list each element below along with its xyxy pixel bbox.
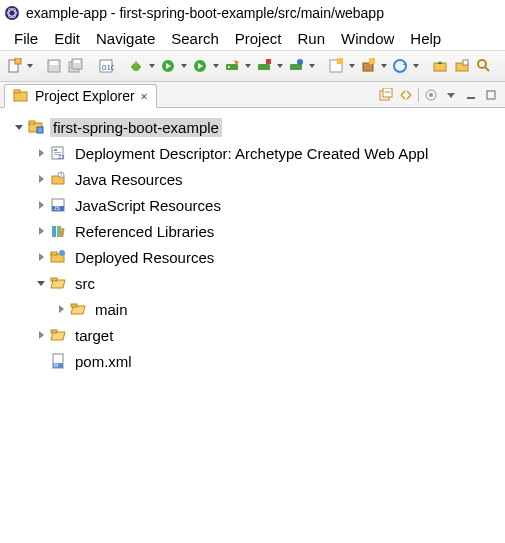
svg-marker-79 [59,305,64,313]
menu-help[interactable]: Help [402,28,449,49]
twisty-collapsed-icon[interactable] [34,198,48,212]
link-editor-icon[interactable] [398,87,414,103]
stop-server-button[interactable] [254,55,274,77]
menu-file[interactable]: File [6,28,46,49]
view-menu-icon[interactable] [443,87,459,103]
project-explorer-tab[interactable]: Project Explorer ✕ [4,84,157,108]
focus-task-icon[interactable] [423,87,439,103]
new-dropdown[interactable] [26,64,34,68]
tree-label: Deployed Resources [72,248,217,267]
twisty-collapsed-icon[interactable] [54,302,68,316]
new-button[interactable] [4,55,24,77]
new-package-dropdown[interactable] [380,64,388,68]
tree-row[interactable]: JJava Resources [6,166,505,192]
tree-row[interactable]: 23Deployment Descriptor: Archetype Creat… [6,140,505,166]
twisty-collapsed-icon[interactable] [34,250,48,264]
tree-row[interactable]: main [6,296,505,322]
svg-marker-72 [39,253,44,261]
tree-row[interactable]: src [6,270,505,296]
run-button[interactable] [158,55,178,77]
maximize-icon[interactable] [483,87,499,103]
svg-text:J: J [59,172,62,178]
svg-rect-52 [29,121,35,124]
open-task-button[interactable] [452,55,472,77]
debug-button[interactable] [126,55,146,77]
menu-edit[interactable]: Edit [46,28,88,49]
run-last-dropdown[interactable] [212,64,220,68]
publish-server-button[interactable] [286,55,306,77]
twisty-collapsed-icon[interactable] [34,224,48,238]
stop-server-dropdown[interactable] [276,64,284,68]
svg-rect-78 [51,278,57,281]
tree-row[interactable]: Mpom.xml [6,348,505,374]
svg-marker-47 [447,93,455,98]
menubar: File Edit Navigate Search Project Run Wi… [0,26,505,50]
search-button[interactable] [474,55,494,77]
save-button[interactable] [44,55,64,77]
sync-dropdown[interactable] [412,64,420,68]
new-java-button[interactable] [326,55,346,77]
project-tree: first-spring-boot-example23Deployment De… [0,108,505,374]
folder-open-icon [50,275,66,291]
panel-toolbar [378,87,505,103]
menu-project[interactable]: Project [227,28,290,49]
svg-rect-37 [463,60,468,65]
menu-run[interactable]: Run [289,28,333,49]
twisty-collapsed-icon[interactable] [34,146,48,160]
binary-view-button[interactable]: 010 [96,55,116,77]
deploy-descriptor-icon: 23 [50,145,66,161]
svg-text:010: 010 [102,63,114,72]
svg-rect-48 [467,97,475,99]
tree-row[interactable]: target [6,322,505,348]
svg-point-46 [429,93,433,97]
svg-rect-56 [54,149,57,151]
twisty-expanded-icon[interactable] [34,276,48,290]
svg-rect-21 [226,64,238,70]
open-type-button[interactable] [430,55,450,77]
svg-text:JS: JS [54,205,61,211]
sync-button[interactable] [390,55,410,77]
svg-rect-70 [57,226,61,237]
twisty-expanded-icon[interactable] [12,120,26,134]
svg-rect-24 [258,64,270,70]
debug-dropdown[interactable] [148,64,156,68]
collapse-all-icon[interactable] [378,87,394,103]
svg-rect-10 [74,60,80,63]
publish-server-dropdown[interactable] [308,64,316,68]
menu-window[interactable]: Window [333,28,402,49]
run-dropdown[interactable] [180,64,188,68]
svg-point-27 [297,59,303,65]
tree-row-root[interactable]: first-spring-boot-example [6,114,505,140]
twisty-collapsed-icon[interactable] [34,328,48,342]
tree-label: src [72,274,98,293]
svg-marker-64 [39,201,44,209]
twisty-collapsed-icon[interactable] [34,172,48,186]
ref-libraries-icon [50,223,66,239]
svg-marker-82 [39,331,44,339]
svg-rect-34 [434,63,446,71]
run-last-button[interactable] [190,55,210,77]
svg-rect-7 [50,61,58,65]
menu-search[interactable]: Search [163,28,227,49]
tree-label: pom.xml [72,352,135,371]
svg-marker-76 [37,281,45,286]
save-all-button[interactable] [66,55,86,77]
tree-row[interactable]: JSJavaScript Resources [6,192,505,218]
new-java-dropdown[interactable] [348,64,356,68]
run-on-server-dropdown[interactable] [244,64,252,68]
svg-rect-5 [15,58,21,64]
run-on-server-button[interactable] [222,55,242,77]
svg-point-38 [478,60,486,68]
close-icon[interactable]: ✕ [141,89,148,103]
tree-label: first-spring-boot-example [50,118,222,137]
tree-row[interactable]: Deployed Resources [6,244,505,270]
svg-rect-41 [14,90,20,93]
tree-label: Java Resources [72,170,186,189]
svg-rect-49 [487,91,495,99]
new-package-button[interactable] [358,55,378,77]
minimize-icon[interactable] [463,87,479,103]
menu-navigate[interactable]: Navigate [88,28,163,49]
tree-row[interactable]: Referenced Libraries [6,218,505,244]
tree-label: Referenced Libraries [72,222,217,241]
svg-text:23: 23 [58,154,65,160]
